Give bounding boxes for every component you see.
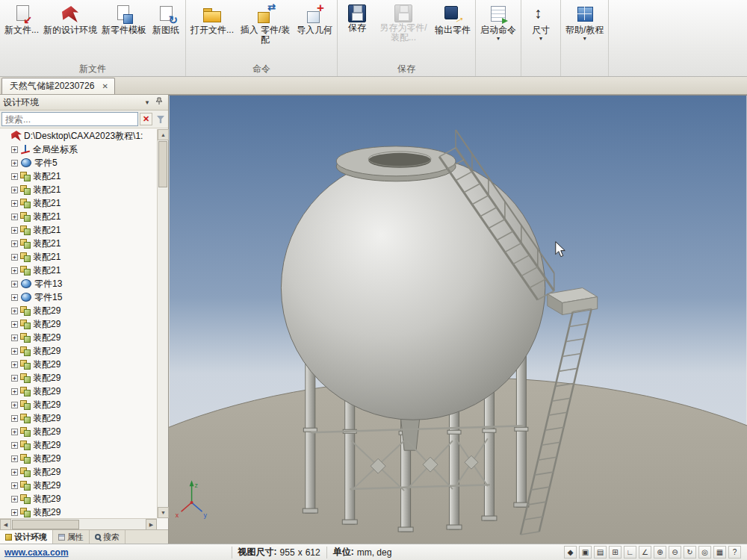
tree-item[interactable]: + 装配29 bbox=[0, 479, 157, 492]
toolbar-button[interactable]: 尺寸 ▾ bbox=[524, 1, 558, 43]
tree-item[interactable]: + 装配29 bbox=[0, 304, 157, 317]
tree-item[interactable]: + 装配29 bbox=[0, 465, 157, 479]
tree-horizontal-scrollbar[interactable]: ◀ ▶ bbox=[0, 518, 157, 529]
zoom-in-icon[interactable]: ⊕ bbox=[654, 546, 666, 559]
pin-icon[interactable] bbox=[153, 97, 165, 108]
expand-icon[interactable]: + bbox=[11, 361, 18, 368]
tree-item[interactable]: + 装配29 bbox=[0, 331, 157, 344]
toolbar-button[interactable]: 另存为零件/装配... bbox=[374, 1, 433, 52]
toolbar-button[interactable]: 插入 零件/装配 bbox=[236, 1, 294, 54]
tree-item[interactable]: D:\Desktop\CAXA2023教程\1: bbox=[0, 129, 157, 143]
tree-item[interactable]: + 装配29 bbox=[0, 385, 157, 398]
expand-icon[interactable]: + bbox=[11, 455, 18, 462]
tree-item[interactable]: + 装配21 bbox=[0, 237, 157, 250]
refresh-view-icon[interactable]: ↻ bbox=[684, 546, 696, 559]
tree-item[interactable]: + 装配21 bbox=[0, 250, 157, 264]
tree-item[interactable]: + 装配21 bbox=[0, 264, 157, 277]
toolbar-button[interactable]: 保存 bbox=[340, 1, 374, 41]
scroll-left-icon[interactable]: ◀ bbox=[0, 519, 11, 530]
status-help-icon[interactable]: ? bbox=[728, 546, 741, 559]
tree-item[interactable]: + 装配29 bbox=[0, 371, 157, 385]
expand-icon[interactable]: + bbox=[11, 227, 18, 234]
expand-icon[interactable]: + bbox=[11, 415, 18, 422]
toolbar-button[interactable]: 新零件模板 bbox=[99, 1, 149, 43]
scrollbar-thumb[interactable] bbox=[158, 141, 167, 187]
tree-item[interactable]: + 装配21 bbox=[0, 210, 157, 223]
grid-toggle-icon[interactable]: ◆ bbox=[564, 546, 577, 559]
tree-item[interactable]: + 零件15 bbox=[0, 290, 157, 304]
expand-icon[interactable]: + bbox=[11, 321, 18, 328]
expand-icon[interactable]: + bbox=[11, 173, 18, 180]
filter-icon[interactable] bbox=[154, 113, 167, 125]
tree-item[interactable]: + 全局坐标系 bbox=[0, 143, 157, 156]
expand-icon[interactable]: + bbox=[11, 335, 18, 341]
sheet-icon[interactable]: ▣ bbox=[579, 546, 592, 559]
expand-icon[interactable]: + bbox=[11, 482, 18, 489]
expand-icon[interactable]: + bbox=[11, 200, 18, 207]
tree-item[interactable]: + 装配29 bbox=[0, 452, 157, 465]
tree-item[interactable]: + 零件13 bbox=[0, 277, 157, 290]
expand-icon[interactable]: + bbox=[11, 402, 18, 408]
expand-icon[interactable]: + bbox=[11, 160, 18, 167]
tree-item[interactable]: + 装配29 bbox=[0, 438, 157, 452]
scroll-down-icon[interactable]: ▼ bbox=[158, 507, 169, 518]
panel-tab[interactable]: 搜索 bbox=[90, 530, 125, 544]
scroll-up-icon[interactable]: ▲ bbox=[158, 129, 169, 140]
expand-icon[interactable]: + bbox=[11, 469, 18, 476]
ortho-icon[interactable]: ∟ bbox=[624, 546, 636, 559]
center-view-icon[interactable]: ◎ bbox=[698, 546, 711, 559]
panel-tab[interactable]: 设计环境 bbox=[0, 530, 53, 544]
close-icon[interactable]: ✕ bbox=[102, 82, 108, 90]
expand-icon[interactable]: + bbox=[11, 187, 18, 193]
expand-icon[interactable]: + bbox=[11, 496, 18, 503]
chevron-down-icon[interactable]: ▾ bbox=[141, 97, 153, 108]
expand-icon[interactable]: + bbox=[11, 267, 18, 274]
tree-item[interactable]: + 零件5 bbox=[0, 156, 157, 169]
tree-item[interactable]: + 装配21 bbox=[0, 196, 157, 210]
expand-icon[interactable]: + bbox=[11, 294, 18, 301]
expand-icon[interactable]: + bbox=[11, 388, 18, 395]
tree-vertical-scrollbar[interactable]: ▲ ▼ bbox=[157, 129, 168, 518]
tree-item[interactable]: + 装配29 bbox=[0, 411, 157, 425]
tree-item[interactable]: + 装配21 bbox=[0, 183, 157, 196]
expand-icon[interactable]: + bbox=[11, 429, 18, 435]
tree-item[interactable]: + 装配29 bbox=[0, 492, 157, 505]
caxa-website-link[interactable]: www.caxa.com bbox=[4, 547, 69, 558]
expand-icon[interactable]: + bbox=[11, 146, 18, 153]
expand-icon[interactable]: + bbox=[11, 254, 18, 261]
document-tab[interactable]: 天然气储罐20230726 ✕ bbox=[1, 78, 115, 94]
toolbar-button[interactable]: 新的设计环境 bbox=[41, 1, 99, 43]
scrollbar-thumb[interactable] bbox=[12, 520, 79, 529]
toolbar-button[interactable]: 导入几何 bbox=[294, 1, 335, 43]
panel-tab[interactable]: 属性 bbox=[53, 530, 90, 544]
expand-icon[interactable]: + bbox=[11, 442, 18, 449]
tree-item[interactable]: + 装配29 bbox=[0, 344, 157, 358]
expand-icon[interactable]: + bbox=[11, 240, 18, 247]
expand-icon[interactable]: + bbox=[11, 281, 18, 287]
expand-icon[interactable]: + bbox=[11, 375, 18, 382]
tree-item[interactable]: + 装配29 bbox=[0, 317, 157, 331]
snap-grid-icon[interactable]: ⊞ bbox=[609, 546, 622, 559]
tree-item[interactable]: + 装配21 bbox=[0, 169, 157, 183]
expand-icon[interactable]: + bbox=[11, 509, 18, 516]
expand-icon[interactable]: + bbox=[11, 214, 18, 220]
tree-item[interactable]: + 装配29 bbox=[0, 358, 157, 371]
toolbar-button[interactable]: 新图纸 bbox=[149, 1, 183, 43]
viewport-3d[interactable]: z x y bbox=[169, 95, 747, 544]
zoom-out-icon[interactable]: ⊖ bbox=[669, 546, 681, 559]
tree-item[interactable]: + 装配29 bbox=[0, 398, 157, 411]
tree-item[interactable]: + 装配29 bbox=[0, 505, 157, 518]
toolbar-button[interactable]: 帮助/教程 ▾ bbox=[563, 1, 606, 43]
expand-icon[interactable]: + bbox=[11, 348, 18, 355]
toolbar-button[interactable]: 输出零件 bbox=[433, 1, 473, 43]
search-input[interactable] bbox=[1, 112, 138, 126]
layers-icon[interactable]: ▤ bbox=[594, 546, 607, 559]
angle-snap-icon[interactable]: ∠ bbox=[639, 546, 651, 559]
toolbar-button[interactable]: 新文件... bbox=[2, 1, 41, 43]
expand-icon[interactable]: + bbox=[11, 308, 18, 314]
toolbar-button[interactable]: 打开文件... bbox=[188, 1, 236, 43]
clear-search-button[interactable]: ✕ bbox=[140, 113, 152, 125]
scroll-right-icon[interactable]: ▶ bbox=[146, 519, 157, 530]
toolbar-button[interactable]: 启动命令 ▾ bbox=[478, 1, 518, 43]
tree-item[interactable]: + 装配29 bbox=[0, 425, 157, 438]
